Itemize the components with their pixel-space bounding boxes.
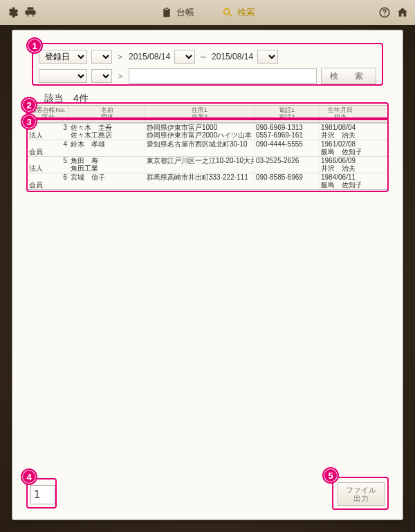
result-table: 顧客台帳No.区分 名前団体 住所1住所2 電話1電話2 生年月日担当 3法人 … xyxy=(28,105,387,190)
table-header: 顧客台帳No.区分 名前団体 住所1住所2 電話1電話2 生年月日担当 xyxy=(28,105,387,123)
help-icon[interactable] xyxy=(378,6,391,19)
home-icon[interactable] xyxy=(396,6,409,19)
search-field2-select[interactable] xyxy=(39,69,87,83)
page-number-input[interactable] xyxy=(30,485,55,504)
marker-3: 3 xyxy=(21,113,37,130)
search-field-select[interactable]: 登録日 xyxy=(39,50,87,64)
svg-line-1 xyxy=(229,14,232,17)
paper-panel: 1 登録日 ＞ 2015/08/14 ～ 2015/08/14 ＞ 検 索 該当… xyxy=(12,30,403,520)
date-to-extra[interactable] xyxy=(257,50,278,64)
file-export-button[interactable]: ファイル 出力 xyxy=(338,482,385,506)
search-form: 登録日 ＞ 2015/08/14 ～ 2015/08/14 ＞ 検 索 xyxy=(33,46,382,94)
marker-2: 2 xyxy=(21,97,37,113)
table-row[interactable]: 6会員 宮城 信子 群馬県高崎市井出町333-222-111 090-8585-… xyxy=(28,173,387,189)
magnifier-icon xyxy=(221,6,234,19)
svg-point-0 xyxy=(224,9,230,15)
ledger-label: 台帳 xyxy=(176,6,194,19)
search-value-input[interactable] xyxy=(129,68,317,84)
date-from-extra[interactable] xyxy=(174,50,195,64)
svg-point-3 xyxy=(384,15,385,16)
run-search-button[interactable]: 検 索 xyxy=(321,68,376,84)
range-sep: ～ xyxy=(199,51,208,63)
gt-2: ＞ xyxy=(116,70,124,82)
search-button[interactable]: 検索 xyxy=(221,6,255,19)
print-icon[interactable] xyxy=(24,6,37,19)
clipboard-icon xyxy=(160,6,174,19)
search-op2-select[interactable] xyxy=(91,69,112,83)
marker-4: 4 xyxy=(21,468,37,485)
top-toolbar: 台帳 検索 xyxy=(0,0,415,26)
gear-icon[interactable] xyxy=(6,6,19,19)
table-body: 3法人 佐々木 圭吾佐々木工務店 静岡県伊東市富戸1000静岡県伊東市富戸200… xyxy=(28,123,387,190)
table-row[interactable]: 5法人 角田 寿角田工業 東京都江戸川区一之江10-20-10大井 03-252… xyxy=(28,156,387,173)
date-to[interactable]: 2015/08/14 xyxy=(212,52,253,61)
date-from[interactable]: 2015/08/14 xyxy=(129,52,170,61)
marker-5: 5 xyxy=(322,467,339,484)
search-label: 検索 xyxy=(237,6,255,19)
gt-1: ＞ xyxy=(116,51,124,63)
search-op1-select[interactable] xyxy=(91,50,112,64)
result-count: 該当 4件 xyxy=(44,93,89,105)
ledger-button[interactable]: 台帳 xyxy=(160,6,194,19)
table-row[interactable]: 3法人 佐々木 圭吾佐々木工務店 静岡県伊東市富戸1000静岡県伊東市富戸200… xyxy=(28,123,387,140)
table-row[interactable]: 4会員 鈴木 孝雄 愛知県名古屋市西区城北町30-10 090-4444-555… xyxy=(28,140,387,156)
marker-1: 1 xyxy=(26,37,43,54)
